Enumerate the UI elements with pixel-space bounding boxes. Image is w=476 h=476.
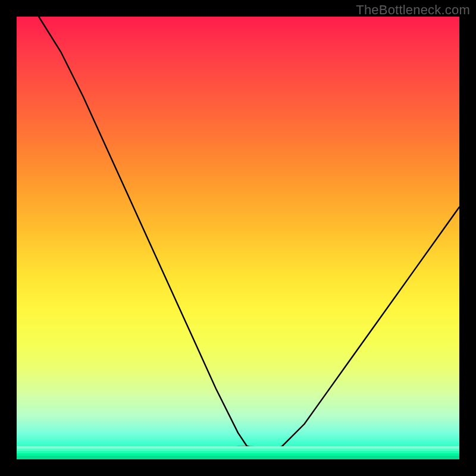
watermark-label: TheBottleneck.com: [356, 2, 470, 18]
chart-stage: TheBottleneck.com: [0, 0, 476, 476]
flat-region-highlight: [238, 450, 282, 453]
plot-area: [17, 17, 459, 459]
bottleneck-curve: [39, 17, 459, 450]
curve-svg: [17, 17, 459, 459]
